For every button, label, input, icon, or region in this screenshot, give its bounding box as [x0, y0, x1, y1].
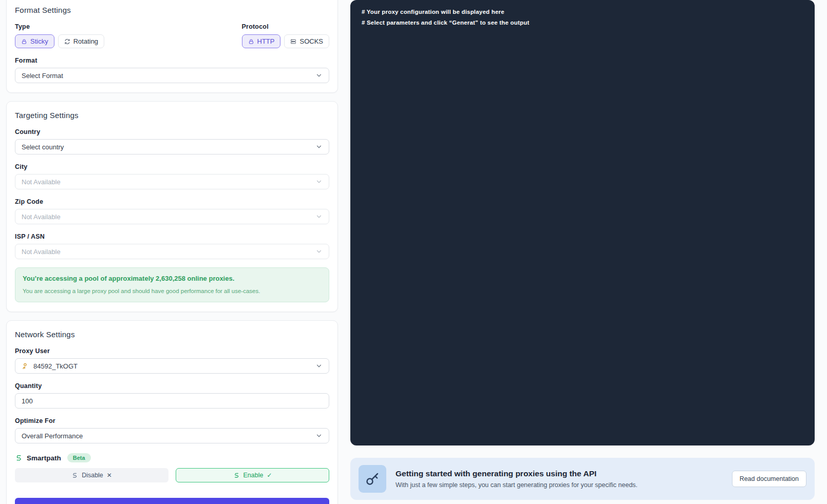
isp-asn-select: Not Available	[15, 244, 329, 259]
quantity-label: Quantity	[15, 382, 329, 390]
proxy-user-select[interactable]: 84592_TkOGT	[15, 358, 329, 374]
chevron-down-icon	[315, 143, 323, 150]
banner-text: Getting started with generating proxies …	[396, 469, 637, 489]
chevron-down-icon	[315, 72, 323, 79]
smartpath-icon	[233, 472, 240, 479]
zip-code-select: Not Available	[15, 209, 329, 224]
format-select[interactable]: Select Format	[15, 68, 329, 83]
network-settings-card: Network Settings Proxy User 84592_TkOGT …	[6, 320, 338, 504]
smartpath-enable-button[interactable]: Enable ✓	[176, 468, 329, 482]
user-star-icon	[22, 362, 29, 370]
format-settings-title: Format Settings	[15, 6, 329, 14]
type-toggle-group: Sticky Rotating	[15, 34, 104, 48]
protocol-toggle-group: HTTP SOCKS	[242, 34, 329, 48]
smartpath-row: Smartpath Beta	[15, 453, 329, 462]
proxy-user-label: Proxy User	[15, 347, 329, 355]
chevron-down-icon	[315, 178, 323, 185]
smartpath-label: Smartpath	[27, 454, 61, 462]
optimize-for-label: Optimize For	[15, 417, 329, 424]
check-icon: ✓	[267, 472, 272, 479]
chevron-down-icon	[315, 213, 323, 220]
lock-icon	[21, 38, 27, 45]
chevron-down-icon	[315, 248, 323, 255]
proxy-user-value: 84592_TkOGT	[33, 362, 78, 370]
network-settings-title: Network Settings	[15, 330, 329, 339]
smartpath-enable-label: Enable	[243, 472, 264, 479]
optimize-for-value: Overall Performance	[22, 432, 83, 440]
smartpath-disable-button[interactable]: Disable ✕	[15, 468, 168, 482]
type-label: Type	[15, 23, 104, 30]
proxy-pool-notice: You’re accessing a pool of approximately…	[15, 267, 329, 302]
country-label: Country	[15, 128, 329, 135]
country-select-value: Select country	[22, 143, 64, 151]
protocol-http-button[interactable]: HTTP	[242, 34, 281, 48]
type-rotating-label: Rotating	[73, 37, 98, 45]
type-sticky-label: Sticky	[30, 37, 48, 45]
getting-started-banner: Getting started with generating proxies …	[350, 458, 815, 500]
targeting-settings-title: Targeting Settings	[15, 111, 329, 120]
key-icon	[359, 465, 386, 493]
optimize-for-select[interactable]: Overall Performance	[15, 428, 329, 443]
smartpath-disable-label: Disable	[82, 472, 103, 479]
format-settings-card: Format Settings Type Sticky	[6, 0, 338, 93]
country-select[interactable]: Select country	[15, 139, 329, 154]
banner-subtitle: With just a few simple steps, you can st…	[396, 481, 637, 489]
banner-title: Getting started with generating proxies …	[396, 469, 637, 478]
protocol-label: Protocol	[242, 23, 329, 30]
targeting-settings-card: Targeting Settings Country Select countr…	[6, 101, 338, 312]
proxy-pool-notice-title: You’re accessing a pool of approximately…	[23, 275, 322, 282]
smartpath-icon	[15, 454, 23, 462]
output-comment-line: # Select parameters and click “Generat” …	[362, 20, 803, 26]
protocol-socks-label: SOCKS	[299, 37, 323, 45]
output-comment-line: # Your proxy configuration will be displ…	[362, 9, 803, 15]
protocol-field: Protocol HTTP SOCKS	[242, 14, 329, 48]
city-select-value: Not Available	[22, 178, 61, 186]
x-icon: ✕	[107, 472, 112, 479]
settings-column: Format Settings Type Sticky	[6, 0, 338, 504]
smartpath-icon	[71, 472, 78, 479]
proxy-generator-page: Format Settings Type Sticky	[0, 0, 827, 504]
zip-code-select-value: Not Available	[22, 213, 61, 221]
smartpath-toggle-group: Disable ✕ Enable ✓	[15, 468, 329, 482]
protocol-http-label: HTTP	[257, 37, 275, 45]
protocol-socks-button[interactable]: SOCKS	[284, 34, 329, 48]
isp-asn-label: ISP / ASN	[15, 233, 329, 240]
chevron-down-icon	[315, 432, 323, 439]
format-select-value: Select Format	[22, 72, 63, 80]
proxy-pool-notice-subtitle: You are accessing a large proxy pool and…	[23, 288, 322, 294]
format-label: Format	[15, 57, 329, 64]
zip-code-label: Zip Code	[15, 198, 329, 205]
type-rotating-button[interactable]: Rotating	[58, 34, 104, 48]
city-label: City	[15, 163, 329, 170]
quantity-input[interactable]	[15, 393, 329, 409]
city-select: Not Available	[15, 174, 329, 189]
generate-button[interactable]: Generate	[15, 498, 329, 504]
chevron-down-icon	[315, 362, 323, 370]
read-documentation-button[interactable]: Read documentation	[732, 471, 806, 487]
beta-badge: Beta	[67, 453, 91, 462]
proxy-output-panel: # Your proxy configuration will be displ…	[350, 0, 815, 445]
type-sticky-button[interactable]: Sticky	[15, 34, 54, 48]
lock-icon	[248, 38, 254, 45]
isp-asn-select-value: Not Available	[22, 248, 61, 256]
type-field: Type Sticky Rotating	[15, 14, 104, 48]
output-column: # Your proxy configuration will be displ…	[350, 0, 815, 504]
server-icon	[290, 38, 296, 45]
rotate-icon	[64, 38, 70, 45]
